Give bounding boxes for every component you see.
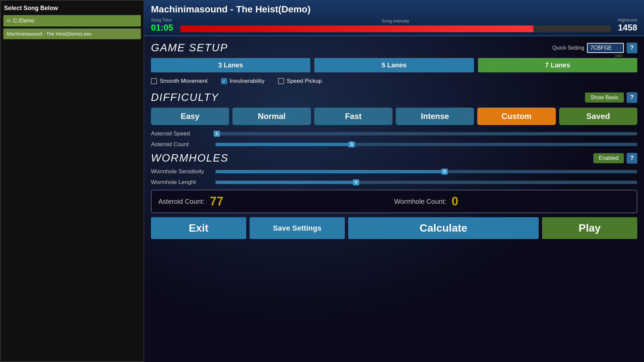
asteroid-count-row: Asteroid Count 5 — [151, 141, 637, 148]
header: Machinimasound - The Heist(Demo) Song Ti… — [144, 0, 644, 36]
easy-button[interactable]: Easy — [151, 108, 229, 125]
intensity-bar-fill — [180, 25, 534, 32]
difficulty-title: DIFFICULTY — [151, 91, 219, 104]
wormhole-length-value: 4 — [353, 179, 359, 185]
normal-button[interactable]: Normal — [232, 108, 311, 125]
speed-pickup-label: Speed Pickup — [287, 78, 322, 84]
wormholes-help-button[interactable]: ? — [627, 153, 637, 164]
asteroid-count-slider[interactable]: 5 — [215, 141, 637, 148]
wormhole-sensitivity-value: 6 — [441, 169, 448, 175]
saved-button[interactable]: Saved — [559, 108, 637, 125]
intense-button[interactable]: Intense — [396, 108, 474, 125]
quick-setting-input[interactable] — [587, 43, 624, 53]
action-row: Exit Save Settings Calculate Play — [151, 217, 637, 239]
quick-setting-valid: Valid — [614, 54, 623, 58]
difficulty-header: DIFFICULTY Show Basic ? — [151, 91, 637, 104]
lanes-7-button[interactable]: 7 Lanes — [478, 58, 637, 72]
song-time-value: 01:05 — [151, 22, 173, 33]
highscore-block: Highscore 1458 — [618, 17, 637, 33]
asteroid-count-value: 5 — [348, 141, 355, 147]
smooth-movement-checkbox[interactable]: Smooth Movement — [151, 78, 208, 84]
asteroid-speed-label: Asteroid Speed — [151, 130, 211, 137]
intensity-block: Song Intensity — [173, 18, 618, 32]
asteroid-speed-track: 1 — [215, 132, 637, 135]
wormholes-title: WORMHOLES — [151, 152, 228, 164]
wormhole-length-label: Wormhole Lenght — [151, 179, 211, 186]
wormhole-length-slider[interactable]: 4 — [215, 179, 637, 186]
enabled-button[interactable]: Enabled — [593, 153, 624, 163]
wormhole-sensitivity-track: 6 — [215, 170, 637, 173]
asteroid-count-track: 5 — [215, 143, 637, 146]
left-panel-title: Select Song Below — [3, 3, 141, 13]
song-time-label: Song Time — [151, 17, 172, 22]
invulnerability-label: Invulnerability — [230, 78, 265, 84]
left-panel: Select Song Below <- C:/Demo Machinimaso… — [0, 0, 144, 362]
wormhole-length-track: 4 — [215, 181, 637, 184]
quick-setting-label: Quick Setting — [552, 45, 584, 51]
speed-pickup-box — [278, 78, 284, 84]
save-settings-button[interactable]: Save Settings — [250, 217, 345, 239]
wormhole-length-fill: 4 — [215, 181, 359, 184]
game-setup-header: GAME SETUP Quick Setting Valid ? — [151, 42, 637, 54]
asteroid-count-fill: 5 — [215, 143, 355, 146]
smooth-movement-box — [151, 78, 157, 84]
checkboxes-row: Smooth Movement ✓ Invulnerability Speed … — [151, 78, 637, 84]
lanes-row: 3 Lanes 5 Lanes 7 Lanes — [151, 58, 637, 72]
asteroid-speed-slider[interactable]: 1 — [215, 130, 637, 137]
quick-setting-row: Quick Setting Valid ? — [552, 43, 637, 53]
asteroid-speed-row: Asteroid Speed 1 — [151, 130, 637, 137]
asteroid-speed-value: 1 — [214, 131, 220, 137]
wormhole-count-stat-value: 0 — [451, 194, 458, 208]
asteroid-count-label: Asteroid Count — [151, 141, 211, 148]
highscore-value: 1458 — [618, 22, 637, 33]
speed-pickup-checkbox[interactable]: Speed Pickup — [278, 78, 322, 84]
header-title: Machinimasound - The Heist(Demo) — [151, 4, 637, 15]
invulnerability-box: ✓ — [221, 78, 227, 84]
wormhole-length-row: Wormhole Lenght 4 — [151, 179, 637, 186]
intensity-bar — [180, 25, 611, 32]
lanes-5-button[interactable]: 5 Lanes — [314, 58, 474, 72]
invulnerability-checkbox[interactable]: ✓ Invulnerability — [221, 78, 265, 84]
bottom-stats: Asteroid Count: 77 Wormhole Count: 0 — [151, 190, 637, 213]
wormhole-sensitivity-fill: 6 — [215, 170, 447, 173]
difficulty-buttons-row: Easy Normal Fast Intense Custom Saved — [151, 108, 637, 125]
wormhole-count-stat: Wormhole Count: 0 — [394, 194, 630, 208]
song-item[interactable]: Machinimasound - The Heist(Demo).wav — [3, 28, 141, 39]
asteroid-count-stat: Asteroid Count: 77 — [158, 194, 394, 208]
quick-setting-help-button[interactable]: ? — [627, 43, 637, 53]
wormhole-header: WORMHOLES Enabled ? — [151, 152, 637, 164]
wormhole-sensitivity-row: Wormhole Sensitivity 6 — [151, 168, 637, 175]
exit-button[interactable]: Exit — [151, 217, 246, 239]
difficulty-help-button[interactable]: ? — [627, 92, 637, 103]
calculate-button[interactable]: Calculate — [348, 217, 539, 239]
folder-item[interactable]: <- C:/Demo — [3, 15, 141, 26]
smooth-movement-label: Smooth Movement — [160, 78, 208, 84]
intensity-label: Song Intensity — [382, 18, 409, 23]
lanes-3-button[interactable]: 3 Lanes — [151, 58, 310, 72]
game-setup-title: GAME SETUP — [151, 42, 228, 54]
right-panel: Machinimasound - The Heist(Demo) Song Ti… — [144, 0, 644, 362]
wormhole-sensitivity-slider[interactable]: 6 — [215, 168, 637, 175]
show-basic-button[interactable]: Show Basic — [585, 93, 624, 103]
wormhole-count-stat-label: Wormhole Count: — [394, 198, 446, 205]
song-time-block: Song Time 01:05 — [151, 17, 173, 33]
custom-button[interactable]: Custom — [477, 108, 555, 125]
fast-button[interactable]: Fast — [314, 108, 392, 125]
highscore-label: Highscore — [618, 17, 637, 22]
asteroid-count-stat-value: 77 — [210, 194, 223, 208]
asteroid-count-stat-label: Asteroid Count: — [158, 198, 205, 205]
asteroid-speed-fill: 1 — [215, 132, 220, 135]
wormhole-sensitivity-label: Wormhole Sensitivity — [151, 168, 211, 175]
play-button[interactable]: Play — [542, 217, 637, 239]
main-content: GAME SETUP Quick Setting Valid ? 3 Lanes… — [144, 36, 644, 362]
